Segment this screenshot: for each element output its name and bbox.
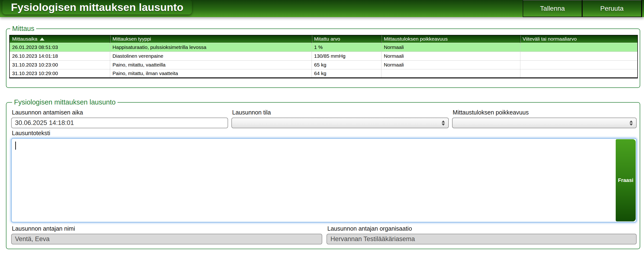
table-cell: 26.01.2023 08:51:03 [10, 43, 110, 51]
table-cell [520, 51, 638, 60]
table-cell: 31.10.2023 10:29:00 [10, 69, 110, 78]
statement-top-row: Lausunnon antamisen aika Lausunnon tila … [11, 108, 637, 128]
table-cell: Happisaturaatio, pulssioksimetrilla levo… [110, 43, 312, 51]
column-header-mitattu-arvo[interactable]: Mitattu arvo [312, 35, 381, 43]
statement-textarea-wrap: Fraasi [11, 138, 637, 222]
table-cell: Normaali [381, 43, 520, 51]
statement-time-input[interactable] [11, 118, 228, 128]
author-name-label: Lausunnon antajan nimi [12, 225, 322, 232]
statement-status-select-wrap [232, 118, 448, 128]
table-cell: 1 % [312, 43, 381, 51]
measurement-fieldset: Mittaus Mittausaika Mittauksen tyyppi Mi… [6, 25, 640, 88]
table-cell [381, 69, 520, 78]
measurement-legend: Mittaus [10, 25, 36, 32]
table-header-row: Mittausaika Mittauksen tyyppi Mitattu ar… [10, 35, 638, 43]
statement-status-field-group: Lausunnon tila [232, 108, 448, 128]
text-cursor [15, 142, 16, 150]
measurement-table: Mittausaika Mittauksen tyyppi Mitattu ar… [9, 35, 638, 78]
author-org-field-group: Lausunnon antajan organisaatio [326, 224, 637, 245]
app-header: Fysiologisen mittauksen lausunto Tallenn… [0, 0, 644, 17]
statement-text-label: Lausuntoteksti [12, 130, 637, 137]
header-button-group: Tallenna Peruuta [523, 0, 644, 17]
statement-deviation-select[interactable] [452, 118, 637, 128]
statement-status-select[interactable] [232, 118, 448, 128]
cancel-button[interactable]: Peruuta [582, 0, 642, 17]
table-cell [520, 69, 638, 78]
table-row[interactable]: 31.10.2023 10:29:00Paino, mitattu, ilman… [10, 69, 638, 78]
table-cell: Normaali [381, 51, 520, 60]
table-cell: Diastolinen verenpaine [110, 51, 312, 60]
author-org-label: Lausunnon antajan organisaatio [327, 225, 637, 232]
column-header-poikkeavuus[interactable]: Mittaustuloksen poikkeavuus [381, 35, 520, 43]
table-row[interactable]: 31.10.2023 10:23:00Paino, mitattu, vaatt… [10, 60, 638, 69]
table-cell [520, 60, 638, 69]
author-org-input [326, 234, 637, 245]
statement-legend: Fysiologisen mittauksen lausunto [12, 98, 118, 106]
table-cell: 64 kg [312, 69, 381, 78]
statement-time-label: Lausunnon antamisen aika [12, 109, 228, 116]
table-row[interactable]: 26.01.2023 08:51:03Happisaturaatio, puls… [10, 43, 638, 51]
table-cell: 65 kg [312, 60, 381, 69]
sort-ascending-icon [40, 37, 44, 41]
table-cell: Normaali [381, 60, 520, 69]
statement-status-label: Lausunnon tila [232, 109, 448, 116]
author-name-field-group: Lausunnon antajan nimi [11, 224, 322, 245]
header-divider [642, 0, 644, 17]
statement-textarea[interactable] [11, 138, 637, 222]
phrase-button[interactable]: Fraasi [616, 139, 636, 221]
column-header-viitevali[interactable]: Viiteväli tai normaaliarvo [520, 35, 638, 43]
page-title: Fysiologisen mittauksen lausunto [2, 0, 192, 14]
table-cell: 130/85 mmHg [312, 51, 381, 60]
column-header-mittauksen-tyyppi[interactable]: Mittauksen tyyppi [110, 35, 312, 43]
author-name-input [11, 234, 322, 245]
statement-bottom-row: Lausunnon antajan nimi Lausunnon antajan… [11, 224, 637, 245]
statement-text-field-group: Lausuntoteksti Fraasi [11, 130, 637, 222]
table-cell: 26.10.2023 14:01:18 [10, 51, 110, 60]
statement-deviation-select-wrap [452, 118, 637, 128]
statement-deviation-field-group: Mittaustuloksen poikkeavuus [452, 108, 637, 128]
table-row[interactable]: 26.10.2023 14:01:18Diastolinen verenpain… [10, 51, 638, 60]
table-cell [520, 43, 638, 51]
statement-fieldset: Fysiologisen mittauksen lausunto Lausunn… [6, 98, 640, 249]
column-header-mittausaika[interactable]: Mittausaika [10, 35, 110, 43]
column-header-label: Mittausaika [12, 36, 37, 41]
statement-time-field-group: Lausunnon antamisen aika [11, 108, 228, 128]
save-button[interactable]: Tallenna [523, 0, 582, 17]
table-cell: Paino, mitattu, ilman vaatteita [110, 69, 312, 78]
statement-deviation-label: Mittaustuloksen poikkeavuus [453, 109, 637, 116]
table-cell: Paino, mitattu, vaatteilla [110, 60, 312, 69]
table-cell: 31.10.2023 10:23:00 [10, 60, 110, 69]
